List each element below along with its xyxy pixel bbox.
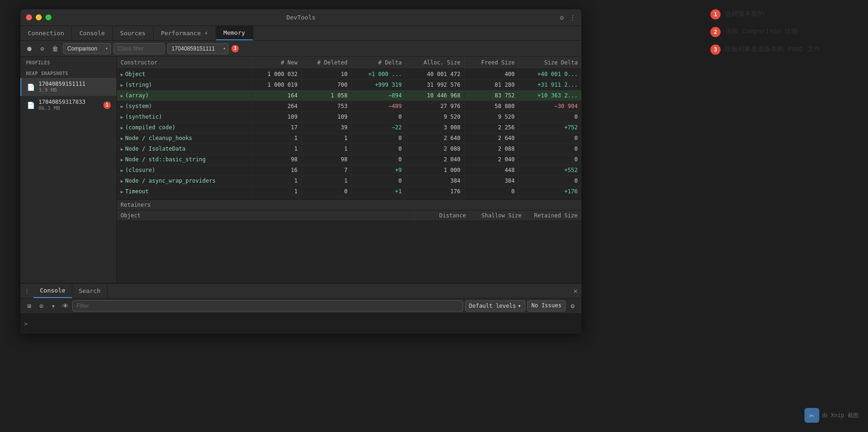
- snapshot-name-1: 17040859151111: [38, 81, 85, 87]
- console-more-icon[interactable]: ⋮: [20, 284, 33, 298]
- table-row[interactable]: ▶(compiled code) 17 39 −22 3 008 2 256 +…: [117, 122, 581, 133]
- cell-deleted: 1: [301, 133, 351, 144]
- tab-memory[interactable]: Memory: [216, 26, 253, 40]
- cell-freed: 2 640: [465, 133, 519, 144]
- cell-new: 164: [252, 90, 302, 101]
- cell-new: 16: [252, 165, 302, 176]
- snapshot-size-2: 86.1 MB: [38, 105, 85, 111]
- ann-text-1: 选择版本新的: [725, 9, 764, 19]
- tab-sources[interactable]: Sources: [113, 26, 153, 40]
- tab-performance[interactable]: Performance ⚡: [153, 26, 216, 40]
- expand-arrow-icon[interactable]: ▶: [121, 93, 123, 98]
- tab-console[interactable]: Console: [72, 26, 113, 40]
- annotation-3: 3 比较对象是老版本的 dump 文件: [710, 44, 849, 55]
- minimize-button[interactable]: [36, 14, 42, 20]
- table-header-row: Constructor # New # Deleted # Delta Allo…: [117, 57, 581, 69]
- cell-constructor: ▶Object: [117, 69, 252, 80]
- snapshot-name-2: 17040859317833: [38, 99, 85, 105]
- expand-arrow-icon[interactable]: ▶: [121, 114, 123, 120]
- cell-constructor: ▶(compiled code): [117, 122, 252, 133]
- table-row[interactable]: ▶(system) 264 753 −489 27 976 58 880 −30…: [117, 101, 581, 112]
- settings-icon[interactable]: ⚙: [560, 14, 564, 21]
- cell-constructor: ▶Node / IsolateData: [117, 144, 252, 154]
- console-eye-button[interactable]: 👁: [60, 301, 70, 311]
- expand-arrow-icon[interactable]: ▶: [121, 168, 123, 173]
- expand-arrow-icon[interactable]: ▶: [121, 136, 123, 141]
- record-button[interactable]: ⏺: [24, 44, 34, 54]
- table-row[interactable]: ▶(synthetic) 109 109 0 9 520 9 520 0: [117, 112, 581, 122]
- data-area: Constructor # New # Deleted # Delta Allo…: [117, 57, 581, 283]
- expand-arrow-icon[interactable]: ▶: [121, 146, 123, 152]
- snapshot-select[interactable]: 17040859151111 17040859317833: [167, 43, 229, 54]
- col-size-delta[interactable]: Size Delta: [519, 57, 581, 69]
- cell-new: 98: [252, 154, 302, 165]
- retainers-body: [117, 221, 581, 283]
- stop-button[interactable]: ⊘: [37, 44, 47, 54]
- retainers-title: Retainers: [121, 202, 151, 208]
- maximize-button[interactable]: [45, 14, 51, 20]
- cell-freed: 448: [465, 165, 519, 176]
- expand-arrow-icon[interactable]: ▶: [121, 178, 123, 184]
- table-row[interactable]: ▶Node / async_wrap_providers 1 1 0 384 3…: [117, 176, 581, 186]
- console-tab-console[interactable]: Console: [33, 284, 72, 298]
- cell-alloc: 9 520: [406, 112, 465, 122]
- snapshot-icon-2: 📄: [27, 102, 35, 109]
- more-icon[interactable]: ⋮: [569, 14, 576, 21]
- table-row[interactable]: ▶(array) 164 1 058 −894 10 446 968 83 75…: [117, 90, 581, 101]
- ann-badge-1: 1: [710, 9, 721, 19]
- close-button[interactable]: [26, 14, 32, 20]
- snapshot-item-2[interactable]: 📄 17040859317833 86.1 MB 1: [20, 96, 116, 114]
- console-filter-input[interactable]: [72, 300, 463, 311]
- class-filter-input[interactable]: [114, 43, 165, 54]
- expand-arrow-icon[interactable]: ▶: [121, 83, 123, 88]
- cell-deleted: 1: [301, 144, 351, 154]
- tab-connection[interactable]: Connection: [20, 26, 72, 40]
- cell-delta: +1: [351, 186, 406, 197]
- console-close-button[interactable]: ✕: [573, 286, 578, 295]
- console-dropdown-button[interactable]: ▾: [48, 301, 58, 311]
- memory-toolbar: ⏺ ⊘ 🗑 Comparison Summary Containment Sta…: [20, 41, 581, 57]
- console-panel: ⋮ Console Search ✕ ⊞ ⊘ ▾ 👁 Default level…: [20, 283, 581, 334]
- table-row[interactable]: ▶Node / IsolateData 1 1 0 2 088 2 088 0: [117, 144, 581, 154]
- console-levels-select[interactable]: Default levels ▾: [465, 300, 525, 311]
- table-row[interactable]: ▶Object 1 000 032 10 +1 000 ... 40 001 4…: [117, 69, 581, 80]
- ret-col-retained: Retained Size: [526, 210, 581, 221]
- cell-size-delta: 0: [519, 112, 581, 122]
- col-freed-size[interactable]: Freed Size: [465, 57, 519, 69]
- no-issues-button[interactable]: No Issues: [527, 300, 566, 311]
- table-row[interactable]: ▶Node / std::basic_string 98 98 0 2 040 …: [117, 154, 581, 165]
- snapshot-item-1[interactable]: 📄 17040859151111 3.9 MB: [20, 78, 116, 96]
- table-row[interactable]: ▶(string) 1 000 019 700 +999 319 31 992 …: [117, 80, 581, 90]
- ann-badge-2: 2: [710, 27, 721, 37]
- console-settings-button[interactable]: ⚙: [568, 301, 578, 311]
- main-content: Profiles HEAP SNAPSHOTS 📄 17040859151111…: [20, 57, 581, 283]
- col-delta[interactable]: # Delta: [351, 57, 406, 69]
- view-mode-select[interactable]: Comparison Summary Containment Statistic…: [63, 43, 111, 54]
- cell-freed: 2 256: [465, 122, 519, 133]
- expand-arrow-icon[interactable]: ▶: [121, 72, 123, 77]
- expand-arrow-icon[interactable]: ▶: [121, 157, 123, 162]
- cell-freed: 58 880: [465, 101, 519, 112]
- cell-freed: 9 520: [465, 112, 519, 122]
- expand-arrow-icon[interactable]: ▶: [121, 104, 123, 109]
- ann-text-3: 比较对象是老版本的 dump 文件: [725, 44, 820, 54]
- cell-freed: 2 040: [465, 154, 519, 165]
- clear-button[interactable]: 🗑: [50, 44, 60, 54]
- cell-size-delta: 0: [519, 176, 581, 186]
- table-row[interactable]: ▶(closure) 16 7 +9 1 000 448 +552: [117, 165, 581, 176]
- cell-size-delta: 0: [519, 144, 581, 154]
- console-pin-button[interactable]: ⊞: [24, 301, 34, 311]
- table-container[interactable]: Constructor # New # Deleted # Delta Allo…: [117, 57, 581, 199]
- table-row[interactable]: ▶Node / cleanup_hooks 1 1 0 2 640 2 640 …: [117, 133, 581, 144]
- console-clear-button[interactable]: ⊘: [36, 301, 46, 311]
- expand-arrow-icon[interactable]: ▶: [121, 125, 123, 130]
- col-constructor[interactable]: Constructor: [117, 57, 252, 69]
- table-row[interactable]: ▶Timeout 1 0 +1 176 0 +176: [117, 186, 581, 197]
- col-alloc-size[interactable]: Alloc. Size: [406, 57, 465, 69]
- col-new[interactable]: # New: [252, 57, 302, 69]
- cell-size-delta: +176: [519, 186, 581, 197]
- retainers-section: Retainers Object Distance Shallow Size R…: [117, 199, 581, 283]
- expand-arrow-icon[interactable]: ▶: [121, 189, 123, 194]
- col-deleted[interactable]: # Deleted: [301, 57, 351, 69]
- console-tab-search[interactable]: Search: [72, 284, 108, 298]
